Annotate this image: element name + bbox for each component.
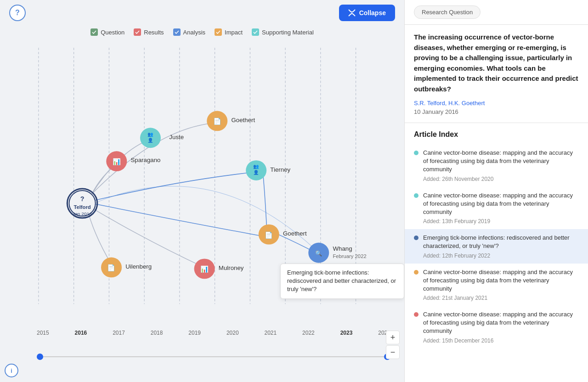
article-title-art3: Emerging tick-borne infections: rediscov… (423, 234, 579, 250)
article-text-art1: Canine vector-borne disease: mapping and… (423, 149, 579, 182)
svg-text:Goethert: Goethert (283, 230, 307, 237)
legend-label-analysis: Analysis (183, 29, 205, 36)
timeline-label-2016: 2016 (75, 330, 87, 336)
article-dot-art1 (414, 151, 418, 155)
article-added-art1: Added: 26th November 2020 (423, 176, 579, 182)
research-question-tab: Research Question (405, 0, 588, 25)
article-dot-art3 (414, 236, 418, 240)
article-added-art2: Added: 13th February 2019 (423, 218, 579, 225)
research-question-tab-button[interactable]: Research Question (414, 6, 481, 19)
svg-text:Sparagano: Sparagano (130, 157, 160, 163)
article-title-art2: Canine vector-borne disease: mapping and… (423, 191, 579, 217)
article-item-art1[interactable]: Canine vector-borne disease: mapping and… (405, 144, 588, 187)
article-added-art5: Added: 15th December 2016 (423, 337, 579, 344)
article-dot-art5 (414, 312, 418, 317)
article-dot-art4 (414, 270, 418, 275)
research-question-date: 10 January 2016 (414, 108, 579, 115)
collapse-icon (348, 9, 356, 17)
svg-text:📄: 📄 (107, 264, 115, 272)
article-text-art3: Emerging tick-borne infections: rediscov… (423, 234, 579, 258)
article-item-art3[interactable]: Emerging tick-borne infections: rediscov… (405, 229, 588, 263)
info-icon: i (11, 367, 12, 374)
svg-text:February 2022: February 2022 (333, 254, 366, 259)
collapse-button[interactable]: Collapse (339, 5, 395, 21)
zoom-buttons: + − (386, 331, 400, 359)
legend-item-question[interactable]: Question (90, 28, 124, 36)
research-question-authors[interactable]: S.R. Telford, H.K. Goethert (414, 100, 579, 107)
svg-text:Whang: Whang (333, 246, 352, 253)
timeline-label-2022: 2022 (302, 330, 315, 336)
legend-label-impact: Impact (225, 29, 243, 36)
svg-text:🔍: 🔍 (315, 250, 322, 258)
article-item-art4[interactable]: Canine vector-borne disease: mapping and… (405, 264, 588, 306)
timeline-label-2017: 2017 (113, 330, 125, 336)
svg-text:Tierney: Tierney (270, 166, 290, 173)
svg-text:👥: 👥 (253, 163, 259, 169)
svg-text:Jan 2016: Jan 2016 (73, 211, 92, 216)
svg-text:Goethert: Goethert (231, 117, 255, 124)
article-index-title: Article Index (405, 130, 588, 144)
scrollbar-area (37, 350, 390, 364)
zoom-in-button[interactable]: + (386, 331, 400, 344)
research-question-title: The increasing occurrence of vector-born… (414, 32, 579, 94)
svg-text:Uilenberg: Uilenberg (125, 264, 152, 270)
article-added-art4: Added: 21st January 2021 (423, 295, 579, 301)
article-title-art1: Canine vector-borne disease: mapping and… (423, 149, 579, 174)
research-question-content: The increasing occurrence of vector-born… (405, 25, 588, 123)
svg-text:📊: 📊 (200, 265, 209, 274)
svg-text:👥: 👥 (147, 131, 153, 137)
top-bar: ? Collapse (0, 0, 404, 26)
legend-label-question: Question (101, 29, 124, 36)
svg-text:👤: 👤 (147, 137, 153, 143)
left-panel: ? Collapse Question Results (0, 0, 404, 382)
svg-text:Juste: Juste (169, 134, 184, 140)
article-text-art5: Canine vector-borne disease: mapping and… (423, 310, 579, 344)
timeline-label-2015: 2015 (37, 330, 49, 336)
svg-line-0 (349, 10, 351, 12)
info-button-bottom[interactable]: i (5, 364, 18, 377)
svg-text:?: ? (80, 195, 85, 202)
article-item-art5[interactable]: Canine vector-borne disease: mapping and… (405, 306, 588, 348)
svg-text:Telford: Telford (74, 204, 91, 210)
collapse-label: Collapse (359, 9, 386, 17)
article-dot-art2 (414, 193, 418, 198)
legend-item-impact[interactable]: Impact (215, 28, 243, 36)
question-mark-icon: ? (15, 9, 20, 17)
timeline-label-2020: 2020 (226, 330, 239, 336)
help-button[interactable]: ? (9, 5, 26, 21)
legend-checkbox-question (90, 28, 98, 36)
legend-checkbox-results (134, 28, 141, 36)
legend-label-results: Results (144, 29, 164, 36)
article-title-art4: Canine vector-borne disease: mapping and… (423, 268, 579, 293)
svg-line-4 (349, 14, 351, 16)
article-title-art5: Canine vector-borne disease: mapping and… (423, 310, 579, 336)
timeline-label-2023: 2023 (340, 330, 353, 336)
svg-text:📊: 📊 (113, 157, 121, 166)
svg-text:👤: 👤 (253, 169, 259, 175)
scrollbar-track (37, 356, 390, 357)
timeline-label-2018: 2018 (151, 330, 163, 336)
svg-text:Mulroney: Mulroney (219, 265, 244, 272)
scrollbar-left-handle[interactable] (37, 354, 43, 360)
svg-line-1 (353, 10, 355, 12)
legend-label-supporting: Supporting Material (262, 29, 314, 36)
article-index-section: Article Index Canine vector-borne diseas… (405, 123, 588, 382)
legend: Question Results Analysis Impact Support… (0, 26, 404, 39)
legend-checkbox-supporting (252, 28, 259, 36)
article-text-art4: Canine vector-borne disease: mapping and… (423, 268, 579, 302)
article-text-art2: Canine vector-borne disease: mapping and… (423, 191, 579, 225)
timeline-label-2021: 2021 (264, 330, 277, 336)
legend-checkbox-analysis (173, 28, 181, 36)
legend-item-supporting[interactable]: Supporting Material (252, 28, 314, 36)
network-chart: ? Telford Jan 2016 👥 👤 Juste 📊 Sparagano… (0, 39, 404, 322)
svg-text:📄: 📄 (265, 231, 273, 239)
svg-text:📄: 📄 (213, 118, 221, 126)
article-item-art2[interactable]: Canine vector-borne disease: mapping and… (405, 187, 588, 230)
zoom-out-button[interactable]: − (386, 345, 400, 359)
article-list: Canine vector-borne disease: mapping and… (405, 144, 588, 348)
legend-checkbox-impact (215, 28, 222, 36)
legend-item-results[interactable]: Results (134, 28, 164, 36)
timeline-label-2019: 2019 (188, 330, 201, 336)
legend-item-analysis[interactable]: Analysis (173, 28, 205, 36)
article-added-art3: Added: 12th February 2022 (423, 253, 579, 259)
